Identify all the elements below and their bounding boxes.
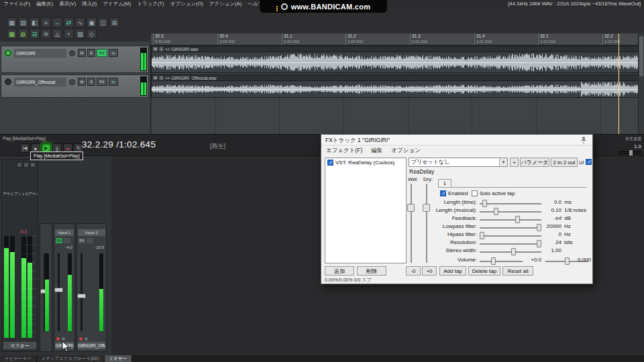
slider-thumb[interactable]: [515, 216, 520, 223]
toolbar-icon-envelope[interactable]: ▤: [18, 17, 28, 27]
toolbar-icon-docker[interactable]: ◧: [30, 17, 40, 27]
param-slider[interactable]: [480, 224, 541, 231]
item-take-chip[interactable]: 1: [159, 76, 164, 80]
solo-button[interactable]: S: [87, 49, 95, 57]
param-value[interactable]: 0.0: [543, 199, 561, 205]
param-slider[interactable]: [480, 248, 541, 255]
slider-thumb[interactable]: [491, 257, 496, 265]
item-mute-chip[interactable]: M: [153, 47, 158, 52]
menu-insert[interactable]: 挿入(I): [82, 1, 97, 7]
playrate-slider[interactable]: [619, 151, 641, 154]
fader-thumb[interactable]: [54, 288, 63, 292]
scrollbar-thumb[interactable]: [639, 36, 643, 76]
track-panel-offvocal[interactable]: GIRIGIRI_Offvocal M S FX io: [1, 74, 149, 98]
toolbar-icon-envelope-mode[interactable]: ∿: [75, 17, 85, 27]
toolbar-icon-item-edit[interactable]: ▣: [87, 17, 97, 27]
playrate-value[interactable]: 1.0: [613, 143, 641, 149]
menu-edit[interactable]: 編集(E): [36, 1, 53, 7]
strip-fx-chip[interactable]: FX: [78, 238, 85, 243]
toolbar-icon-fade[interactable]: ≋: [41, 29, 51, 39]
toolbar-icon-pencil[interactable]: ◇: [87, 29, 97, 39]
arrange-view[interactable]: M 1 << GIRIGIRI.wav M 1 << GIRIGIRI_Offv…: [151, 46, 644, 134]
routing-button[interactable]: io: [109, 49, 118, 57]
transport-start-button[interactable]: |◀: [20, 143, 30, 153]
fx-button[interactable]: FX: [97, 49, 107, 57]
menu-item[interactable]: アイテム(M): [103, 1, 131, 7]
master-channel[interactable]: アウトプット1/アウトプット2 -0.1 マスター: [1, 159, 38, 352]
strip-env-chip[interactable]: [87, 238, 93, 243]
toolbar-icon-media[interactable]: ▨: [75, 29, 85, 39]
wet-minus-button[interactable]: -0: [406, 266, 421, 276]
fader-track[interactable]: [80, 253, 83, 331]
pan-value[interactable]: 0.000: [567, 257, 591, 263]
record-arm-dot[interactable]: [79, 337, 83, 341]
fx-add-button[interactable]: 追加: [325, 266, 354, 276]
fx-chain-entry[interactable]: VST: ReaDelay (Cockos): [325, 158, 406, 167]
fx-enabled-checkbox[interactable]: [327, 160, 333, 166]
ui-toggle-checkbox[interactable]: [586, 159, 592, 165]
strip-env-chip[interactable]: [64, 238, 70, 243]
pin-icon[interactable]: [580, 137, 587, 144]
item-take-chip[interactable]: 1: [159, 47, 164, 52]
record-arm-dot[interactable]: [56, 337, 60, 341]
add-tap-button[interactable]: Add tap: [439, 266, 466, 276]
transport-time-display[interactable]: 32.2.29 /1:02.645: [82, 139, 156, 149]
checkbox-icon[interactable]: [472, 190, 478, 196]
mute-button[interactable]: M: [78, 49, 86, 57]
record-monitor-button[interactable]: [69, 50, 75, 56]
param-slider[interactable]: [480, 208, 541, 215]
param-value[interactable]: 1.00: [543, 247, 561, 253]
tab-mixer[interactable]: ミキサー: [105, 355, 132, 362]
mixer-strip-offvocal[interactable]: Input 1 FX -10.5 GIRIGIRI_Offv: [76, 223, 107, 352]
toolbar-icon-mixer-toggle[interactable]: ◬: [52, 29, 62, 39]
master-fx-icon[interactable]: [23, 162, 29, 168]
record-monitor-button[interactable]: [69, 79, 75, 85]
param-slider[interactable]: [480, 216, 541, 223]
input-select[interactable]: Input 1: [78, 229, 105, 236]
strip-fx-chip[interactable]: FX: [56, 238, 62, 243]
fx-menu-options[interactable]: オプション: [391, 147, 421, 155]
param-slider[interactable]: [480, 240, 541, 247]
menu-view[interactable]: 表示(V): [59, 1, 76, 7]
mute-button[interactable]: M: [78, 78, 86, 86]
vertical-scrollbar[interactable]: [638, 34, 644, 134]
toolbar-icon-add[interactable]: +: [64, 29, 74, 39]
master-name-label[interactable]: マスター: [3, 342, 36, 349]
solo-button[interactable]: S: [87, 78, 95, 86]
strip-name-label[interactable]: GIRIGIRI_Offv: [78, 342, 105, 349]
track-name[interactable]: GIRIGIRI_Offvocal: [14, 78, 66, 86]
preset-plus-button[interactable]: +: [510, 158, 519, 167]
checkbox-icon[interactable]: [440, 190, 446, 196]
slider-thumb[interactable]: [537, 240, 541, 247]
track-name[interactable]: GIRIGIRI: [14, 49, 66, 58]
menu-file[interactable]: ファイル(F): [3, 1, 30, 7]
fx-menu-effect[interactable]: エフェクト(F): [326, 147, 362, 155]
toolbar-icon-snap[interactable]: ≡: [41, 17, 51, 27]
slider-thumb[interactable]: [494, 208, 498, 215]
toolbar-icon-relative-snap[interactable]: ⊟: [30, 29, 40, 39]
toolbar-icon-metronome[interactable]: ◍: [18, 29, 28, 39]
menu-track[interactable]: トラック(T): [137, 1, 164, 7]
master-mono-icon[interactable]: [30, 162, 36, 168]
enabled-checkbox[interactable]: Enabled: [440, 190, 468, 196]
playrate-slider-thumb[interactable]: [629, 150, 633, 156]
slider-thumb[interactable]: [480, 232, 484, 239]
dry-plus-button[interactable]: +0: [422, 266, 437, 276]
slider-thumb[interactable]: [537, 224, 541, 231]
param-slider[interactable]: [480, 257, 523, 265]
mixer-strip-girigiri[interactable]: Input 1 FX -4.0 GIRIGIRI: [54, 223, 75, 352]
master-menu-icon[interactable]: [17, 162, 22, 168]
record-arm-button[interactable]: [5, 78, 11, 85]
fx-button[interactable]: FX: [97, 78, 107, 86]
slider-thumb[interactable]: [511, 248, 516, 255]
delete-tap-button[interactable]: Delete tap: [468, 266, 500, 276]
preset-dropdown[interactable]: プリセットなし ▼: [409, 158, 508, 167]
fx-menu-edit[interactable]: 編集: [371, 147, 382, 155]
toolbar-icon-grid-toggle[interactable]: ▩: [7, 29, 17, 39]
master-routing-label[interactable]: アウトプット1/アウトプット2: [3, 192, 38, 196]
param-value[interactable]: +0.0: [524, 257, 541, 263]
toolbar-icon-crossfade[interactable]: ◫: [98, 17, 108, 27]
toolbar-icon-group[interactable]: ⇄: [64, 17, 74, 27]
tab-media-explorer[interactable]: メディアエクスプローラ(&E): [37, 355, 105, 362]
io-routing-button[interactable]: 2 in 2 out: [551, 158, 578, 167]
